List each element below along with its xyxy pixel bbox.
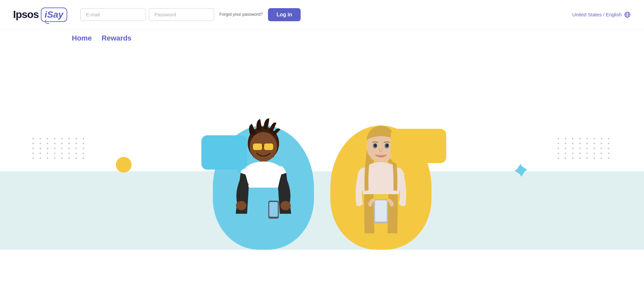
locale-label: United States / English bbox=[572, 12, 622, 17]
locale-selector[interactable]: United States / English bbox=[572, 11, 631, 18]
svg-rect-8 bbox=[264, 143, 273, 150]
person-man bbox=[208, 109, 319, 250]
logo[interactable]: Ipsos iSay bbox=[13, 8, 67, 22]
logo-isay-badge: iSay bbox=[41, 8, 68, 22]
svg-point-14 bbox=[280, 201, 291, 210]
login-button[interactable]: Log in bbox=[268, 8, 301, 21]
logo-ipsos-text: Ipsos bbox=[13, 8, 39, 21]
main-nav: Home Rewards bbox=[0, 29, 644, 47]
header: Ipsos iSay Forgot your password? Log in … bbox=[0, 0, 644, 29]
login-form: Forgot your password? Log in bbox=[80, 8, 572, 21]
svg-point-13 bbox=[236, 201, 246, 210]
email-input[interactable] bbox=[80, 8, 146, 21]
hero-section: (function(){ const container = document.… bbox=[0, 47, 644, 250]
globe-icon bbox=[624, 11, 631, 18]
person-woman bbox=[325, 109, 436, 250]
speech-bubble-yellow bbox=[391, 129, 446, 163]
svg-point-19 bbox=[386, 144, 388, 147]
svg-rect-22 bbox=[375, 200, 387, 222]
password-input[interactable] bbox=[149, 8, 214, 21]
persons-container bbox=[0, 109, 644, 250]
svg-rect-7 bbox=[253, 143, 262, 150]
man-silhouette bbox=[218, 109, 309, 250]
svg-rect-12 bbox=[269, 202, 278, 217]
logo-isay-text: iSay bbox=[45, 9, 64, 20]
nav-home[interactable]: Home bbox=[72, 34, 92, 42]
svg-point-18 bbox=[374, 144, 377, 147]
forgot-password-link[interactable]: Forgot your password? bbox=[219, 12, 263, 17]
nav-rewards[interactable]: Rewards bbox=[102, 34, 132, 42]
speech-bubble-blue bbox=[201, 135, 247, 170]
